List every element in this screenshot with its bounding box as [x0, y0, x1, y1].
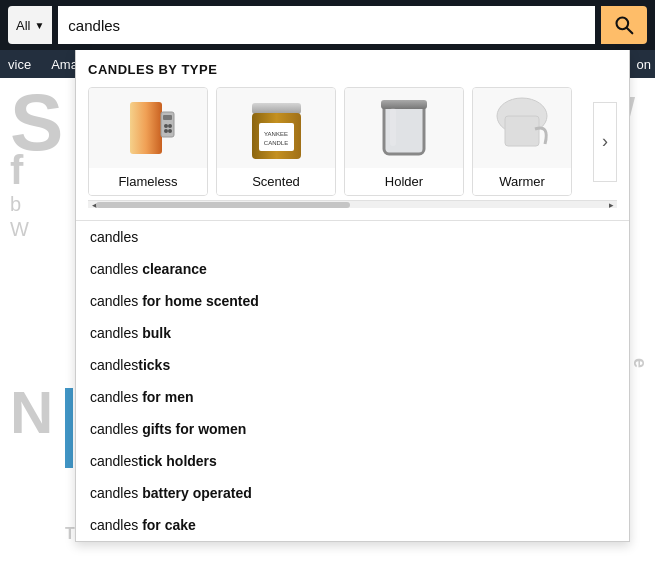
- autocomplete-dropdown: CANDLES BY TYPE: [75, 50, 630, 542]
- suggestion-bold: battery operated: [142, 485, 252, 501]
- dropdown-arrow-icon: ▼: [34, 20, 44, 31]
- search-icon: [614, 15, 634, 35]
- suggestion-prefix: candles: [90, 421, 142, 437]
- bg-text-w: W: [10, 218, 29, 241]
- suggestion-prefix: candles: [90, 357, 138, 373]
- svg-rect-15: [381, 100, 427, 109]
- scrollbar-right-arrow[interactable]: ▸: [605, 201, 617, 209]
- suggestion-prefix: candles: [90, 293, 142, 309]
- svg-rect-18: [505, 116, 539, 146]
- suggestion-prefix: candles: [90, 261, 142, 277]
- svg-rect-2: [130, 102, 162, 154]
- suggestion-bulk[interactable]: candles bulk: [76, 317, 629, 349]
- svg-rect-16: [390, 108, 396, 146]
- suggestion-prefix: candles: [90, 325, 142, 341]
- bg-text-f: f: [10, 148, 23, 193]
- flameless-image: [89, 88, 207, 168]
- dropdown-label: All: [16, 18, 30, 33]
- warmer-label: Warmer: [473, 168, 571, 195]
- type-cards-container: Flameless: [88, 87, 617, 196]
- suggestion-list: candles candles clearance candles for ho…: [76, 221, 629, 541]
- search-input[interactable]: [58, 6, 595, 44]
- svg-point-6: [168, 124, 172, 128]
- section-title: CANDLES BY TYPE: [88, 62, 617, 77]
- holder-image: [345, 88, 463, 168]
- holder-candle-img: [374, 94, 434, 162]
- header-bar: All ▼: [0, 0, 655, 50]
- warmer-image: [473, 88, 571, 168]
- bg-letter-n: N: [10, 378, 53, 447]
- suggestion-prefix: candles: [90, 453, 138, 469]
- scented-image: YANKEE CANDLE: [217, 88, 335, 168]
- suggestion-text: candles: [90, 229, 138, 245]
- svg-point-5: [164, 124, 168, 128]
- scrollbar-track[interactable]: ◂ ▸: [88, 200, 617, 208]
- suggestion-bold: for men: [142, 389, 193, 405]
- candles-by-type-section: CANDLES BY TYPE: [76, 50, 629, 221]
- suggestion-bold: ticks: [138, 357, 170, 373]
- svg-rect-9: [252, 103, 301, 114]
- search-button[interactable]: [601, 6, 647, 44]
- type-card-scented[interactable]: YANKEE CANDLE Scented: [216, 87, 336, 196]
- svg-text:CANDLE: CANDLE: [263, 140, 287, 146]
- suggestion-candles[interactable]: candles: [76, 221, 629, 253]
- department-dropdown[interactable]: All ▼: [8, 6, 52, 44]
- suggestion-battery[interactable]: candles battery operated: [76, 477, 629, 509]
- svg-rect-4: [163, 115, 172, 120]
- scented-candle-img: YANKEE CANDLE: [244, 93, 309, 163]
- nav-item-vice[interactable]: vice: [8, 57, 31, 72]
- svg-text:YANKEE: YANKEE: [264, 131, 288, 137]
- svg-rect-11: [259, 123, 294, 151]
- suggestion-bold: for home scented: [142, 293, 259, 309]
- suggestion-bold: bulk: [142, 325, 171, 341]
- suggestion-bold: tick holders: [138, 453, 217, 469]
- scented-label: Scented: [217, 168, 335, 195]
- nav-item-on[interactable]: on: [637, 57, 655, 72]
- flameless-label: Flameless: [89, 168, 207, 195]
- svg-line-1: [627, 28, 632, 33]
- suggestion-ticks[interactable]: candlesticks: [76, 349, 629, 381]
- suggestion-prefix: candles: [90, 517, 142, 533]
- flameless-candle-img: [118, 94, 178, 162]
- bg-blue-rect: [65, 388, 73, 468]
- suggestion-tick-holders[interactable]: candlestick holders: [76, 445, 629, 477]
- suggestion-prefix: candles: [90, 389, 142, 405]
- scroll-right-arrow[interactable]: ›: [593, 102, 617, 182]
- suggestion-home-scented[interactable]: candles for home scented: [76, 285, 629, 317]
- scrollbar-thumb[interactable]: [96, 202, 350, 208]
- type-card-holder[interactable]: Holder: [344, 87, 464, 196]
- suggestion-bold: gifts for women: [142, 421, 246, 437]
- suggestion-cake[interactable]: candles for cake: [76, 509, 629, 541]
- bg-right-e: e: [629, 358, 650, 368]
- svg-point-7: [164, 129, 168, 133]
- suggestion-gifts[interactable]: candles gifts for women: [76, 413, 629, 445]
- bg-letter-t: T: [65, 525, 75, 543]
- svg-point-8: [168, 129, 172, 133]
- suggestion-bold: for cake: [142, 517, 196, 533]
- type-cards: Flameless: [88, 87, 617, 196]
- type-card-warmer[interactable]: Warmer: [472, 87, 572, 196]
- suggestion-prefix: candles: [90, 485, 142, 501]
- warmer-img: [495, 94, 550, 162]
- type-card-flameless[interactable]: Flameless: [88, 87, 208, 196]
- suggestion-clearance[interactable]: candles clearance: [76, 253, 629, 285]
- suggestion-bold: clearance: [142, 261, 207, 277]
- bg-text-b: b: [10, 193, 21, 216]
- holder-label: Holder: [345, 168, 463, 195]
- suggestion-for-men[interactable]: candles for men: [76, 381, 629, 413]
